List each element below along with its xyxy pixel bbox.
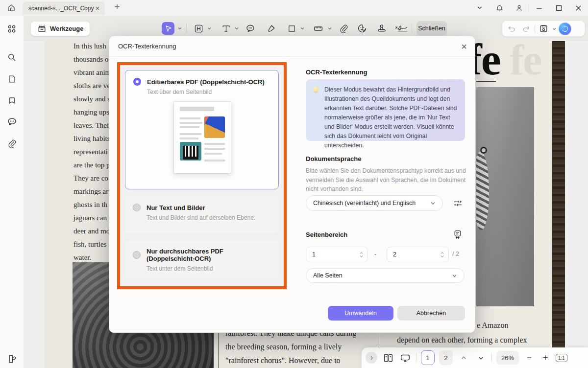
dialog-close-button[interactable]: × bbox=[461, 42, 467, 51]
page-total-label: / 2 bbox=[452, 251, 459, 257]
shape-tool-button[interactable] bbox=[285, 22, 298, 35]
page-flip-icon bbox=[7, 354, 17, 364]
zoom-level-display[interactable]: 26% bbox=[496, 351, 519, 365]
app-window: In this lush thousands o vibrant anim sl… bbox=[0, 0, 588, 368]
stamp-icon bbox=[377, 23, 387, 33]
shape-tool-chevron-icon[interactable] bbox=[300, 26, 305, 31]
close-editing-button[interactable]: Schließen bbox=[416, 21, 447, 36]
page-layout-button[interactable] bbox=[382, 351, 394, 364]
search-button[interactable] bbox=[5, 51, 18, 64]
select-tool-chevron-icon[interactable] bbox=[177, 26, 182, 31]
convert-button[interactable]: Umwandeln bbox=[328, 306, 393, 321]
ocr-option-text-and-images[interactable]: Nur Text und Bilder Text und Bilder sind… bbox=[125, 196, 279, 233]
undo-button[interactable] bbox=[505, 23, 518, 35]
document-tab[interactable]: scanned-s..._OCR_Copy × bbox=[23, 1, 105, 15]
undo-icon bbox=[507, 24, 516, 33]
ruler-icon bbox=[313, 23, 323, 34]
ai-assistant-button[interactable] bbox=[559, 23, 571, 35]
option-title: Nur durchsuchbares PDF (Doppelschicht-OC… bbox=[147, 248, 272, 262]
page-text-line: "rainforest chorus". However, due to bbox=[225, 356, 341, 365]
signature-tool-button[interactable] bbox=[395, 22, 408, 35]
redo-button[interactable] bbox=[520, 23, 533, 35]
notifications-button[interactable] bbox=[490, 0, 509, 16]
stepper-icons[interactable] bbox=[440, 252, 444, 258]
maximize-button[interactable] bbox=[549, 0, 568, 16]
actual-size-button[interactable]: 1:1 bbox=[556, 354, 567, 362]
comment-tool-button[interactable] bbox=[244, 22, 257, 35]
page-text-line: sloths are ve bbox=[74, 82, 110, 90]
text-tool-button[interactable] bbox=[220, 22, 232, 35]
save-chevron-icon[interactable] bbox=[552, 26, 557, 31]
next-page-button[interactable] bbox=[474, 351, 487, 364]
language-settings-button[interactable] bbox=[452, 198, 463, 208]
two-page-view-icon bbox=[383, 353, 393, 363]
language-select[interactable]: Chinesisch (vereinfacht) und Englisch bbox=[306, 195, 443, 211]
highlighter-tool-button[interactable] bbox=[265, 22, 277, 35]
comments-button[interactable] bbox=[5, 115, 18, 128]
illustration-photo-2 bbox=[180, 142, 201, 161]
range-mode-value: Alle Seiten bbox=[313, 272, 452, 279]
radio-selected-icon[interactable] bbox=[133, 78, 141, 86]
thumbnails-button[interactable] bbox=[5, 72, 18, 85]
chevron-down-icon[interactable] bbox=[470, 0, 490, 16]
ocr-option-searchable-pdf[interactable]: Nur durchsuchbares PDF (Doppelschicht-OC… bbox=[125, 240, 279, 277]
panel-grid-button[interactable] bbox=[5, 23, 18, 35]
presentation-button[interactable] bbox=[399, 351, 412, 364]
ocr-section-heading: OCR-Texterkennung bbox=[306, 69, 367, 76]
headline-rule bbox=[476, 81, 496, 82]
page-from-input[interactable]: 1 bbox=[306, 247, 368, 262]
bookmarks-button[interactable] bbox=[5, 94, 18, 107]
close-window-button[interactable] bbox=[568, 0, 588, 16]
radio-unselected-icon[interactable] bbox=[133, 204, 141, 211]
stepper-icons[interactable] bbox=[359, 252, 364, 258]
home-icon bbox=[7, 3, 16, 12]
save-button[interactable] bbox=[537, 23, 550, 35]
page-button-2[interactable]: 2 bbox=[439, 350, 453, 365]
select-tool-button[interactable] bbox=[162, 22, 174, 35]
left-sidebar bbox=[0, 16, 24, 368]
comment-icon bbox=[7, 116, 17, 127]
redo-icon bbox=[522, 24, 531, 33]
page-button-1[interactable]: 1 bbox=[421, 350, 435, 365]
wood-table-edge bbox=[552, 41, 565, 368]
page-text-line: slowly and s bbox=[74, 95, 110, 103]
highlighter-icon bbox=[267, 24, 276, 33]
divider bbox=[491, 353, 492, 362]
cancel-button[interactable]: Abbrechen bbox=[397, 306, 465, 321]
option-title: Editierbares PDF (Doppelschicht-OCR) bbox=[147, 78, 265, 86]
minimize-button[interactable] bbox=[529, 0, 549, 16]
attachments-button[interactable] bbox=[5, 137, 18, 150]
text-tool-chevron-icon[interactable] bbox=[234, 26, 239, 31]
account-button[interactable] bbox=[509, 0, 529, 16]
zoom-out-button[interactable]: − bbox=[523, 353, 535, 363]
page-flip-button[interactable] bbox=[5, 352, 18, 365]
previous-page-button[interactable] bbox=[457, 351, 470, 364]
stamp-tool-button[interactable] bbox=[375, 22, 388, 35]
heading-tool-chevron-icon[interactable] bbox=[207, 26, 212, 31]
page-text-line: leaves. Thei bbox=[74, 121, 109, 130]
expand-toolbar-button[interactable] bbox=[366, 352, 377, 364]
measure-tool-button[interactable] bbox=[312, 22, 324, 35]
page-text-line: fish, turtles bbox=[74, 240, 107, 249]
attachment-tool-button[interactable] bbox=[337, 22, 350, 35]
heading-tool-button[interactable] bbox=[192, 22, 205, 35]
ocr-option-editable-pdf[interactable]: Editierbares PDF (Doppelschicht-OCR) Tex… bbox=[125, 70, 279, 189]
frog-eye bbox=[480, 147, 487, 154]
radio-unselected-icon[interactable] bbox=[133, 251, 141, 259]
page-text-line: the breeding season, forming a lively bbox=[225, 343, 342, 351]
chevron-up-icon bbox=[461, 355, 467, 361]
page-text-line: vibrant anim bbox=[74, 69, 111, 77]
sticker-tool-button[interactable] bbox=[356, 22, 368, 35]
range-dash: - bbox=[374, 251, 376, 258]
page-to-input[interactable]: 2 bbox=[387, 247, 449, 262]
tab-close-icon[interactable]: × bbox=[94, 4, 101, 12]
tools-button[interactable]: Werkzeuge bbox=[30, 21, 90, 36]
page-icon bbox=[7, 74, 17, 84]
page-range-button[interactable] bbox=[452, 229, 463, 240]
home-button[interactable] bbox=[6, 2, 17, 13]
person-icon bbox=[515, 4, 523, 12]
zoom-in-button[interactable]: + bbox=[539, 353, 551, 363]
range-mode-select[interactable]: Alle Seiten bbox=[306, 268, 465, 283]
new-tab-button[interactable]: + bbox=[112, 2, 122, 12]
measure-tool-chevron-icon[interactable] bbox=[327, 26, 332, 31]
